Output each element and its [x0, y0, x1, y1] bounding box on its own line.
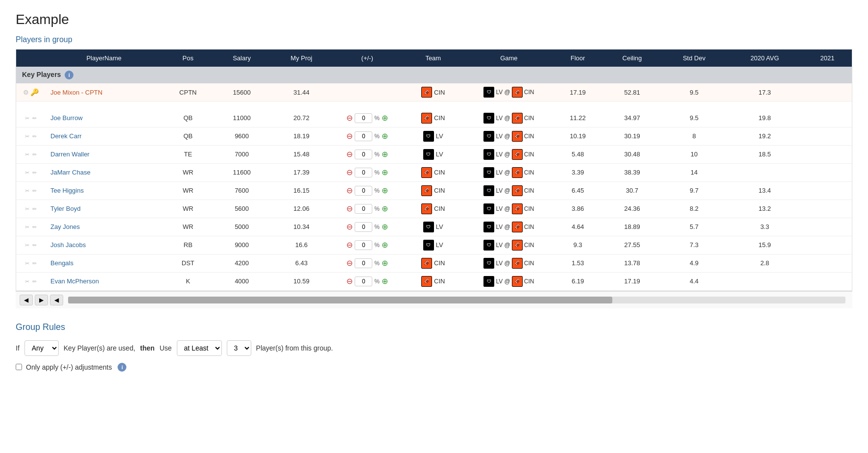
player-floor: 6.19: [553, 272, 603, 290]
player-name[interactable]: Zay Jones: [46, 218, 162, 236]
game-at: LV @: [496, 187, 510, 194]
game-at: LV @: [496, 205, 510, 212]
adj-minus-btn[interactable]: ⊖: [346, 277, 353, 286]
key-players-info-icon[interactable]: i: [65, 71, 73, 79]
adj-input[interactable]: [355, 258, 372, 268]
drag-icon: ✂: [25, 224, 29, 230]
player-game: 🛡 LV @ 🏈 CIN: [465, 200, 553, 218]
adj-minus-btn[interactable]: ⊖: [346, 168, 353, 177]
cin-game-logo2: 🏈: [512, 203, 523, 214]
adj-minus-btn[interactable]: ⊖: [346, 258, 353, 268]
cptn-pos: CPTN: [162, 83, 214, 101]
player-salary: 11600: [214, 163, 270, 181]
scroll-collapse-btn[interactable]: ◀: [50, 295, 63, 305]
adj-minus-btn[interactable]: ⊖: [346, 186, 353, 195]
adj-input[interactable]: [355, 150, 372, 159]
adj-plus-btn[interactable]: ⊕: [382, 131, 388, 141]
cptn-game-at: LV @: [496, 89, 510, 96]
player-game: 🛡 LV @ 🏈 CIN: [465, 236, 553, 254]
drag-icon: ✂: [25, 151, 29, 157]
drag-icon: ✂: [25, 133, 29, 139]
player-team-name: LV: [436, 151, 443, 158]
player-name[interactable]: Tyler Boyd: [46, 200, 162, 218]
player-2020avg: [726, 163, 803, 181]
adj-plus-btn[interactable]: ⊕: [382, 204, 388, 213]
player-ceiling: 27.55: [603, 236, 661, 254]
cptn-ceiling: 52.81: [603, 83, 661, 101]
adj-plus-btn[interactable]: ⊕: [382, 150, 388, 159]
adj-pct-label: %: [374, 278, 380, 285]
player-game: 🛡 LV @ 🏈 CIN: [465, 163, 553, 181]
adj-minus-btn[interactable]: ⊖: [346, 222, 353, 231]
count-select[interactable]: 1 2 3 4 5: [227, 340, 251, 356]
adj-input[interactable]: [355, 240, 372, 250]
only-apply-checkbox[interactable]: [16, 364, 22, 370]
adj-input[interactable]: [355, 222, 372, 232]
player-2020avg: 18.5: [726, 145, 803, 163]
player-name[interactable]: Evan McPherson: [46, 272, 162, 290]
adj-minus-btn[interactable]: ⊖: [346, 240, 353, 250]
adj-input[interactable]: [355, 277, 372, 286]
team-logo: 🏈: [421, 203, 432, 214]
any-select[interactable]: Any All: [24, 340, 59, 356]
edit-icon: ✏: [32, 206, 37, 212]
player-myproj: 10.34: [270, 218, 333, 236]
adj-pct-label: %: [374, 205, 380, 212]
player-adj: ⊖ % ⊕: [333, 127, 402, 145]
player-name[interactable]: JaMarr Chase: [46, 163, 162, 181]
player-salary: 11000: [214, 109, 270, 127]
player-stddev: 5.7: [662, 218, 727, 236]
adj-input[interactable]: [355, 113, 372, 123]
player-floor: 5.48: [553, 145, 603, 163]
adj-plus-btn[interactable]: ⊕: [382, 258, 388, 268]
player-2021: [803, 236, 852, 254]
adj-minus-btn[interactable]: ⊖: [346, 204, 353, 213]
edit-icon: ✏: [32, 260, 37, 266]
adj-input[interactable]: [355, 186, 372, 196]
player-ceiling: 30.19: [603, 127, 661, 145]
adj-pct-label: %: [374, 260, 380, 267]
adj-plus-btn[interactable]: ⊕: [382, 186, 388, 195]
only-apply-label[interactable]: Only apply (+/-) adjustments: [26, 363, 112, 371]
key-players-label: Key Players: [22, 71, 61, 78]
adj-minus-btn[interactable]: ⊖: [346, 150, 353, 159]
adj-plus-btn[interactable]: ⊕: [382, 240, 388, 250]
scroll-right-btn[interactable]: ▶: [35, 295, 48, 305]
player-name[interactable]: Joe Burrow: [46, 109, 162, 127]
drag-icon: ✂: [25, 170, 29, 176]
player-2021: [803, 181, 852, 200]
drag-icon: ✂: [25, 115, 29, 121]
team-logo: 🛡: [423, 222, 434, 232]
edit-icon: ✏: [32, 170, 37, 176]
adj-minus-btn[interactable]: ⊖: [346, 113, 353, 123]
player-name[interactable]: Derek Carr: [46, 127, 162, 145]
player-name[interactable]: Darren Waller: [46, 145, 162, 163]
game-at: LV @: [496, 224, 510, 230]
player-ceiling: 17.19: [603, 272, 661, 290]
player-team-name: CIN: [434, 205, 445, 212]
player-name[interactable]: Tee Higgins: [46, 181, 162, 200]
player-team: 🏈 CIN: [402, 163, 465, 181]
player-2020avg: 19.8: [726, 109, 803, 127]
adj-minus-btn[interactable]: ⊖: [346, 131, 353, 141]
player-name[interactable]: Josh Jacobs: [46, 236, 162, 254]
adj-input[interactable]: [355, 168, 372, 177]
row-icons: ✂ ✏: [16, 254, 46, 272]
only-apply-info-icon[interactable]: i: [118, 363, 126, 372]
adj-plus-btn[interactable]: ⊕: [382, 277, 388, 286]
players-table: PlayerName Pos Salary My Proj (+/-) Team…: [16, 50, 852, 291]
player-name[interactable]: Bengals: [46, 254, 162, 272]
adj-input[interactable]: [355, 204, 372, 214]
at-least-select[interactable]: at Least at Most Exactly: [177, 340, 222, 356]
player-adj: ⊖ % ⊕: [333, 200, 402, 218]
adj-input[interactable]: [355, 131, 372, 141]
adj-plus-btn[interactable]: ⊕: [382, 222, 388, 231]
scroll-left-btn[interactable]: ◀: [20, 295, 33, 305]
game-at: LV @: [496, 133, 510, 140]
adj-plus-btn[interactable]: ⊕: [382, 113, 388, 123]
adj-plus-btn[interactable]: ⊕: [382, 168, 388, 177]
player-myproj: 12.06: [270, 200, 333, 218]
cptn-team-name: CIN: [434, 89, 445, 96]
cptn-player-name[interactable]: Joe Mixon - CPTN: [46, 83, 162, 101]
col-game: Game: [465, 50, 553, 67]
